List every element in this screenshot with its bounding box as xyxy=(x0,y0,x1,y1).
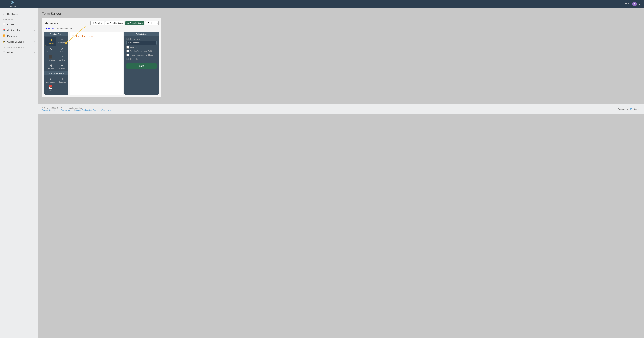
number-icon: ◆ xyxy=(61,64,63,67)
form-canvas: Test feedback form xyxy=(70,32,123,94)
sidebar-arrow-admin: › xyxy=(34,51,35,53)
preview-label: Preview xyxy=(95,22,102,24)
footer-link-new[interactable]: What is New xyxy=(101,109,111,111)
nav-dropdown-arrow[interactable]: ▼ xyxy=(638,3,640,6)
language-select[interactable]: English xyxy=(145,21,158,26)
sidebar-label-admin: Admin xyxy=(7,51,33,54)
presenter-assessment-row: Presenter Assessment Field xyxy=(126,54,156,56)
presenter-assessment-checkbox[interactable] xyxy=(126,54,129,56)
field-item-file-upload[interactable]: ⬆ File Upload xyxy=(56,76,68,84)
field-item-rating-scale[interactable]: ★ Rating Scale xyxy=(45,76,56,84)
pathways-icon: 🔀 xyxy=(3,34,6,38)
label-for-text-label: Label for text field xyxy=(126,38,156,40)
required-label: Required xyxy=(130,46,138,48)
heading-label: Heading xyxy=(48,42,54,44)
main-content: Form Builder My Forms 🖥 Preview ✉ Email … xyxy=(38,8,644,338)
field-item-text-input[interactable]: A Text Input xyxy=(45,46,56,54)
field-item-date[interactable]: 📅 Date xyxy=(45,84,56,92)
form-settings-button[interactable]: ⚙ Form Settings xyxy=(126,21,144,25)
multi-choice-label: Multi Choice xyxy=(58,51,66,53)
footer-link-terms[interactable]: Terms & Conditions xyxy=(42,109,58,111)
label-for-tooltip-label: Label for Tooltip xyxy=(126,58,156,60)
sidebar-arrow-dashboard: › xyxy=(34,13,35,15)
sidebar-item-content-library[interactable]: 📚 Content Library › xyxy=(0,27,38,33)
hamburger-icon[interactable]: ☰ xyxy=(4,2,6,6)
preview-button[interactable]: 🖥 Preview xyxy=(90,21,104,26)
number-label: Number xyxy=(59,68,65,69)
form-actions: 🖥 Preview ✉ Email Settings ⚙ Form Settin… xyxy=(90,21,158,26)
avatar[interactable]: E xyxy=(632,2,637,6)
field-item-paragraph[interactable]: ≡ Paragraph xyxy=(56,37,68,46)
admin-icon: ⚙ xyxy=(3,50,6,54)
sidebar-item-dashboard[interactable]: ⊡ Dashboard › xyxy=(0,11,38,17)
date-label: Date xyxy=(49,90,52,91)
form-settings-label: Form Settings xyxy=(130,22,142,24)
email-settings-button[interactable]: ✉ Email Settings xyxy=(105,21,124,26)
footer-left: © Copyright 2023 The Censeo Learning Aca… xyxy=(42,107,113,111)
content-library-icon: 📚 xyxy=(3,28,6,32)
field-item-heading[interactable]: H Heading xyxy=(45,37,56,46)
fields-panel: Standard Fields H Heading ≡ Paragraph xyxy=(44,32,68,94)
checkbox-icon: ☑ xyxy=(61,56,64,59)
session-assessment-row: Session Assessment Field xyxy=(126,50,156,52)
sidebar-section-products: PRODUCTS xyxy=(0,17,38,21)
save-button[interactable]: Save xyxy=(126,64,156,68)
breadcrumb-current: Test feedback form xyxy=(56,28,73,30)
field-item-text-area[interactable]: ◀ Text Area xyxy=(45,62,56,70)
logo-area: Censeo xyxy=(9,1,16,8)
sidebar-item-guided-learning[interactable]: 🎓 Guided Learning › xyxy=(0,39,38,44)
guided-learning-icon: 🎓 xyxy=(3,40,6,43)
sidebar-item-pathways[interactable]: 🔀 Pathways › xyxy=(0,33,38,39)
field-settings-panel: Field Settings Label for text field Requ… xyxy=(124,32,158,94)
checkbox-label: Checkbox xyxy=(58,59,66,61)
field-item-multi-choice[interactable]: ✓ Multi Choice xyxy=(56,46,68,54)
field-item-dropdown[interactable]: ⬛ Drop Down xyxy=(45,54,56,62)
breadcrumb: Forms List / Test feedback form xyxy=(44,28,158,30)
dropdown-icon: ⬛ xyxy=(49,56,53,59)
page-title: Form Builder xyxy=(42,12,640,16)
session-assessment-checkbox[interactable] xyxy=(126,50,129,52)
dropdown-label: Drop Down xyxy=(47,59,54,61)
specialised-fields-title: Specialised Fields xyxy=(44,71,68,76)
field-item-checkbox[interactable]: ☑ Checkbox xyxy=(56,54,68,62)
footer-brand: Censeo xyxy=(634,108,640,110)
sidebar-item-courses[interactable]: 📋 Courses › xyxy=(0,21,38,27)
svg-point-1 xyxy=(12,2,13,3)
sidebar-label-courses: Courses xyxy=(7,23,33,26)
powered-by-text: Powered by xyxy=(618,108,628,110)
heading-icon: H xyxy=(50,38,52,42)
sidebar-section-create-manage: CREATE AND MANAGE xyxy=(0,44,38,49)
settings-icon: ⚙ xyxy=(127,22,129,24)
required-row: Required xyxy=(126,46,156,48)
sidebar-item-admin[interactable]: ⚙ Admin › xyxy=(0,49,38,55)
email-icon: ✉ xyxy=(107,22,109,24)
footer-logo: Powered by Censeo xyxy=(618,107,640,111)
censeo-logo-icon xyxy=(10,1,15,6)
rating-scale-label: Rating Scale xyxy=(46,81,55,83)
breadcrumb-forms-list[interactable]: Forms List xyxy=(44,28,54,30)
preview-icon: 🖥 xyxy=(92,22,94,24)
form-topbar: My Forms 🖥 Preview ✉ Email Settings ⚙ Fo… xyxy=(44,21,158,26)
nav-left: ☰ Censeo xyxy=(4,1,16,8)
form-builder-body: Standard Fields H Heading ≡ Paragraph xyxy=(44,32,158,94)
footer-link-privacy[interactable]: Privacy policy xyxy=(61,109,72,111)
text-input-field[interactable] xyxy=(126,41,156,45)
top-navigation: ☰ Censeo EDS 1 E ▼ xyxy=(0,0,644,8)
sidebar-arrow-courses: › xyxy=(34,24,35,25)
footer-copyright: © Copyright 2023 The Censeo Learning Aca… xyxy=(42,107,113,109)
multi-choice-icon: ✓ xyxy=(61,47,64,50)
field-settings-title: Field Settings xyxy=(124,32,158,36)
text-input-label: Text Input xyxy=(47,51,54,53)
date-icon: 📅 xyxy=(49,86,53,89)
footer-link-participation[interactable]: Course Participation Terms xyxy=(75,109,98,111)
form-builder-title: My Forms xyxy=(44,22,58,25)
logo-text: Censeo xyxy=(9,6,16,8)
text-area-label: Text Area xyxy=(48,68,54,69)
field-item-number[interactable]: ◆ Number xyxy=(56,62,68,70)
form-canvas-title: Test feedback form xyxy=(72,35,93,38)
standard-fields-title: Standard Fields xyxy=(44,32,68,36)
form-builder-container: My Forms 🖥 Preview ✉ Email Settings ⚙ Fo… xyxy=(42,18,161,97)
sidebar-label-dashboard: Dashboard xyxy=(7,13,33,15)
sidebar-arrow-pathways: › xyxy=(34,35,35,37)
required-checkbox[interactable] xyxy=(126,46,129,48)
